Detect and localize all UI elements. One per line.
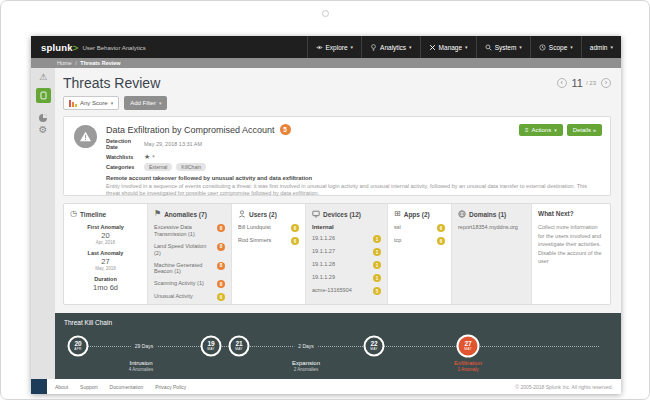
title-row: Threats Review ‹ 11 / 23 › <box>63 72 611 94</box>
user-icon <box>238 210 246 218</box>
panel-anomalies: ⚑Anomalies (7) Excessive Data Transmissi… <box>148 204 232 304</box>
app-name: User Behavior Analytics <box>82 45 145 51</box>
breadcrumb: Home / Threats Review <box>31 58 621 68</box>
prev-threat-button chevron-left-icon[interactable]: ‹ <box>557 78 567 88</box>
eye-icon <box>316 44 323 51</box>
panel-what-next: What Next? Collect more information for … <box>532 204 610 304</box>
threat-warning-icon <box>74 125 97 148</box>
main-content: Threats Review ‹ 11 / 23 › Any Score ▾ <box>55 68 621 313</box>
anomaly-item[interactable]: Scanning Activity (1)8 <box>154 280 225 288</box>
panel-title: Anomalies (7) <box>164 211 207 218</box>
splunk-logo[interactable]: splunk> User Behavior Analytics <box>31 36 156 58</box>
score-badge: 1 <box>373 274 381 282</box>
panel-devices: Devices (12) Internal 19.1.1.261 19.1.1.… <box>306 204 388 304</box>
score-badge: 8 <box>217 280 225 288</box>
score-badge: 5 <box>373 287 381 295</box>
chevron-down-icon: ▾ <box>152 154 155 159</box>
nav-menu-label: admin <box>590 44 608 51</box>
nav-menu-manage[interactable]: Manage▾ <box>420 36 476 58</box>
clock-icon: ◷ <box>70 210 77 218</box>
first-anomaly: First Anomaly 20 Apr, 2018 <box>70 224 141 245</box>
score-badge: 6 <box>437 224 445 232</box>
chevron-down-icon: ▾ <box>610 45 613 50</box>
nav-menu-explore[interactable]: Explore▾ <box>307 36 362 58</box>
magnifier-icon <box>485 44 492 51</box>
pager-current: 11 <box>572 77 583 89</box>
footer-link-privacy[interactable]: Privacy Policy <box>155 384 186 390</box>
nav-menu-analytics[interactable]: Analytics▾ <box>361 36 420 58</box>
anomaly-item[interactable]: Excessive Data Transmission (1)8 <box>154 224 225 238</box>
score-badge: 8 <box>217 243 225 251</box>
panel-title: Domains (1) <box>469 211 506 218</box>
watchlists-row: Watchlists ★▾ <box>106 153 602 160</box>
sidebar-item-settings gear-icon[interactable]: ⚙ <box>39 125 48 135</box>
killchain-node-19may[interactable]: 19MAY <box>201 336 222 357</box>
logo-text: splunk <box>41 42 73 53</box>
domain-item[interactable]: report18354.myddns.org <box>458 224 525 231</box>
footer-link-documentation[interactable]: Documentation <box>110 384 144 390</box>
pager-total: / 23 <box>586 80 596 86</box>
app-item[interactable]: tcp6 <box>394 237 445 245</box>
killchain-node-27may-exfiltration[interactable]: 27MAY <box>457 335 480 358</box>
device-item[interactable]: acme-131659045 <box>312 287 381 295</box>
score-badge: 8 <box>217 262 225 270</box>
device-item[interactable]: 19.1.1.261 <box>312 235 381 243</box>
user-item[interactable]: Rod Simmers6 <box>238 237 299 245</box>
killchain-node-21may[interactable]: 21MAY <box>229 336 250 357</box>
score-badge: 8 <box>217 224 225 232</box>
anomaly-item[interactable]: Land Speed Violation (2)8 <box>154 243 225 257</box>
threat-description: Entity involved in a sequence of events … <box>106 183 602 198</box>
nav-menu-system[interactable]: System▾ <box>476 36 530 58</box>
killchain-node-22may[interactable]: 22MAY <box>364 336 385 357</box>
score-filter-select[interactable]: Any Score ▾ <box>63 96 119 110</box>
add-filter-button[interactable]: Add Filter ▾ <box>124 96 167 110</box>
category-chip-killchain: KillChain <box>176 163 206 171</box>
score-badge: 6 <box>437 237 445 245</box>
nav-menu-admin[interactable]: admin▾ <box>581 36 621 58</box>
anomaly-item[interactable]: Machine Generated Beacon (1)8 <box>154 262 225 276</box>
score-filter-label: Any Score <box>80 100 108 106</box>
actions-label: Actions <box>531 127 551 133</box>
killchain-phase-expansion: Expansion 2 Anomalies <box>292 360 320 372</box>
app-item[interactable]: ssl6 <box>394 224 445 232</box>
panel-domains: Domains (1) report18354.myddns.org <box>452 204 532 304</box>
killchain-node-20apr[interactable]: 20APR <box>68 336 89 357</box>
anomaly-item[interactable]: Unusual Activity6 <box>154 293 225 301</box>
details-button[interactable]: Details » <box>567 124 602 136</box>
add-filter-label: Add Filter <box>130 100 156 106</box>
killchain-phase-intrusion: Intrusion 4 Anomalies <box>129 360 154 372</box>
panel-title: Devices (12) <box>323 211 361 218</box>
breadcrumb-home[interactable]: Home <box>57 60 72 66</box>
footer-link-about[interactable]: About <box>55 384 68 390</box>
killchain-gap-label: 2 Days <box>294 343 318 349</box>
footer-link-support[interactable]: Support <box>80 384 98 390</box>
clock-icon <box>539 44 546 51</box>
chevron-down-icon: ▾ <box>409 45 412 50</box>
nav-menu-label: Manage <box>439 44 463 51</box>
lightbulb-icon <box>370 44 377 51</box>
sidebar-item-analytics pie-chart-icon[interactable] <box>38 109 48 119</box>
nav-menu-scope[interactable]: Scope▾ <box>530 36 581 58</box>
globe-icon <box>458 210 466 218</box>
actions-button[interactable]: ≡Actions▾ <box>519 124 563 136</box>
app-window: splunk> User Behavior Analytics Explore▾… <box>31 36 621 394</box>
categories-row: Categories External KillChain <box>106 163 602 171</box>
breadcrumb-current: Threats Review <box>80 60 120 66</box>
chevron-down-icon: ▾ <box>351 45 354 50</box>
footer-copyright: © 2005-2018 Splunk Inc. All rights reser… <box>515 384 613 390</box>
sidebar-item-alerts warning-triangle-icon[interactable]: ⚠ <box>39 73 47 82</box>
next-threat-button chevron-right-icon[interactable]: › <box>601 78 611 88</box>
last-anomaly: Last Anomaly 27 May, 2018 <box>70 250 141 271</box>
filter-row: Any Score ▾ Add Filter ▾ <box>63 96 611 110</box>
device-item[interactable]: 19.1.1.291 <box>312 274 381 282</box>
detection-date-value: May 29, 2018 13:31 AM <box>144 141 202 147</box>
score-bars-icon <box>69 100 77 107</box>
device-item[interactable]: 19.1.1.281 <box>312 261 381 269</box>
watchlists-label: Watchlists <box>106 154 144 160</box>
sidebar-item-threats-active[interactable] <box>36 88 51 103</box>
user-item[interactable]: Bill Lundquist6 <box>238 224 299 232</box>
device-item[interactable]: 19.1.1.271 <box>312 248 381 256</box>
threat-title[interactable]: Data Exfiltration by Compromised Account <box>106 125 275 135</box>
watchlist-star-button[interactable]: ★▾ <box>144 153 155 160</box>
score-badge: 1 <box>373 248 381 256</box>
